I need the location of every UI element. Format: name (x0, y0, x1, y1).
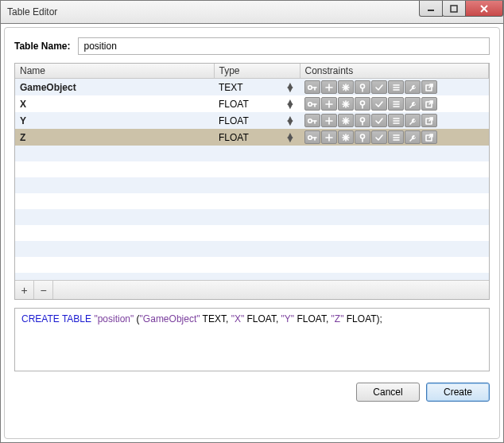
sql-preview[interactable]: CREATE TABLE "position" ("GameObject" TE… (14, 308, 490, 371)
pin-icon[interactable] (355, 114, 370, 127)
key-icon[interactable] (304, 130, 320, 144)
table-row[interactable] (15, 257, 489, 273)
asterisk-icon[interactable] (338, 114, 354, 127)
wrench-icon[interactable] (405, 130, 421, 144)
check-icon[interactable] (371, 80, 387, 94)
table-name-label: Table Name: (14, 41, 70, 52)
column-name-cell[interactable]: GameObject (15, 79, 214, 96)
minimize-button[interactable] (419, 1, 443, 17)
header-type[interactable]: Type (214, 64, 300, 79)
wrench-icon[interactable] (405, 114, 421, 127)
column-constraints-cell (300, 95, 489, 112)
table-row[interactable]: GameObjectTEXT▲▼ (15, 79, 489, 96)
plus-icon[interactable] (321, 114, 337, 127)
sql-text: FLOAT, (244, 313, 281, 324)
table-row[interactable] (15, 273, 489, 280)
sql-text: ( (134, 313, 139, 324)
check-icon[interactable] (371, 130, 387, 144)
table-row[interactable]: YFLOAT▲▼ (15, 112, 489, 129)
header-constraints[interactable]: Constraints (300, 64, 489, 79)
header-name[interactable]: Name (15, 64, 214, 79)
sql-text: TEXT, (200, 313, 231, 324)
check-icon[interactable] (371, 114, 387, 127)
column-name-cell[interactable]: Y (15, 112, 214, 129)
columns-grid[interactable]: Name Type Constraints GameObjectTEXT▲▼XF… (15, 64, 489, 280)
column-constraints-cell (300, 79, 489, 96)
key-icon[interactable] (304, 114, 320, 127)
dialog-buttons: Cancel Create (14, 379, 490, 402)
table-row[interactable] (15, 146, 489, 161)
constraint-buttons (304, 97, 484, 111)
table-row[interactable]: XFLOAT▲▼ (15, 95, 489, 112)
column-type-cell[interactable]: FLOAT▲▼ (214, 129, 300, 146)
asterisk-icon[interactable] (338, 80, 354, 94)
column-constraints-cell (300, 112, 489, 129)
svg-rect-1 (451, 6, 457, 12)
window-controls (420, 1, 503, 17)
sql-text: FLOAT); (343, 313, 382, 324)
table-name-row: Table Name: (14, 37, 490, 55)
column-type-cell[interactable]: TEXT▲▼ (214, 79, 300, 96)
column-type-cell[interactable]: FLOAT▲▼ (214, 112, 300, 129)
table-name-input[interactable] (78, 37, 490, 55)
column-name-cell[interactable]: Z (15, 129, 214, 146)
svg-line-2 (481, 6, 487, 12)
external-icon[interactable] (421, 97, 437, 111)
plus-icon[interactable] (321, 97, 337, 111)
sql-col: "Z" (331, 313, 344, 324)
check-icon[interactable] (371, 97, 387, 111)
pin-icon[interactable] (355, 80, 370, 94)
pin-icon[interactable] (355, 130, 370, 144)
list-icon[interactable] (388, 97, 404, 111)
columns-table: Name Type Constraints GameObjectTEXT▲▼XF… (14, 63, 490, 300)
wrench-icon[interactable] (405, 80, 421, 94)
table-row[interactable] (15, 241, 489, 257)
pin-icon[interactable] (355, 97, 370, 111)
external-icon[interactable] (421, 80, 437, 94)
wrench-icon[interactable] (405, 97, 421, 111)
sql-keyword: CREATE TABLE (21, 313, 91, 324)
cancel-button[interactable]: Cancel (356, 383, 420, 402)
column-constraints-cell (300, 129, 489, 146)
asterisk-icon[interactable] (338, 97, 354, 111)
table-row[interactable] (15, 225, 489, 241)
type-stepper[interactable]: ▲▼ (285, 100, 295, 108)
sql-col: "Y" (281, 313, 295, 324)
table-row[interactable] (15, 161, 489, 177)
table-row[interactable] (15, 209, 489, 225)
maximize-button[interactable] (442, 1, 466, 17)
sql-table: "position" (94, 313, 134, 324)
add-row-button[interactable]: + (15, 281, 34, 299)
column-type-cell[interactable]: FLOAT▲▼ (214, 95, 300, 112)
plus-icon[interactable] (321, 80, 337, 94)
create-button[interactable]: Create (426, 383, 490, 402)
constraint-buttons (304, 130, 484, 144)
titlebar[interactable]: Table Editor (0, 0, 504, 24)
column-name-cell[interactable]: X (15, 95, 214, 112)
sql-text: FLOAT, (294, 313, 331, 324)
editor-panel: Table Name: Name Type Constraints GameOb… (4, 27, 500, 439)
type-stepper[interactable]: ▲▼ (285, 134, 295, 142)
table-row[interactable] (15, 193, 489, 209)
remove-row-button[interactable]: − (34, 281, 53, 299)
key-icon[interactable] (304, 80, 320, 94)
type-stepper[interactable]: ▲▼ (285, 84, 295, 91)
list-icon[interactable] (388, 130, 404, 144)
table-row[interactable] (15, 177, 489, 193)
constraint-buttons (304, 114, 484, 127)
type-stepper[interactable]: ▲▼ (285, 117, 295, 125)
list-icon[interactable] (388, 114, 404, 127)
close-button[interactable] (465, 1, 503, 17)
grid-footer: + − (15, 280, 489, 299)
window-body: Table Name: Name Type Constraints GameOb… (0, 24, 504, 443)
table-row[interactable]: ZFLOAT▲▼ (15, 129, 489, 146)
asterisk-icon[interactable] (338, 130, 354, 144)
plus-icon[interactable] (321, 130, 337, 144)
window-title: Table Editor (7, 6, 57, 17)
external-icon[interactable] (421, 130, 437, 144)
key-icon[interactable] (304, 97, 320, 111)
sql-col: "GameObject" (140, 313, 200, 324)
sql-col: "X" (231, 313, 245, 324)
list-icon[interactable] (388, 80, 404, 94)
external-icon[interactable] (421, 114, 437, 127)
